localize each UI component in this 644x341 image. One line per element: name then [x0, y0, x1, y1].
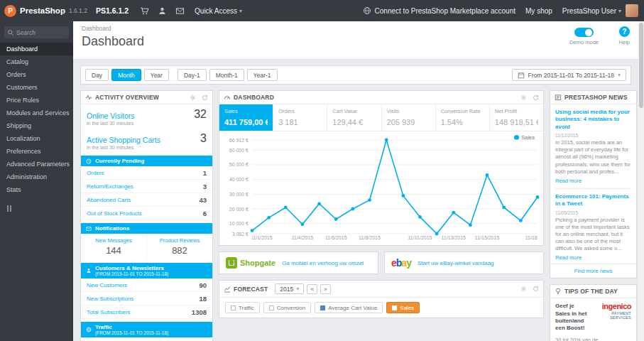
- user-avatar[interactable]: [626, 4, 638, 17]
- sidebar-item-modules-and-services[interactable]: Modules and Services: [0, 107, 73, 119]
- ebay-promo-link[interactable]: Start uw eBay-winkel vandaag: [417, 260, 494, 266]
- prestashop-brand[interactable]: P PrestaShop 1.6.1.2: [0, 5, 92, 17]
- kpi-conversion-rate[interactable]: Conversion Rate 1.54%: [435, 104, 489, 131]
- filter-day-button[interactable]: Day: [85, 69, 109, 81]
- pending-row-orders[interactable]: Orders 1: [81, 166, 212, 180]
- x-tick-label: 11/6/2015: [325, 235, 347, 240]
- topbar: P PrestaShop 1.6.1.2 PS1.6.1.2 Quick Acc…: [0, 0, 644, 21]
- shopgate-promo-link[interactable]: Ga mobiel en verhoog uw omzet: [282, 260, 364, 266]
- forecast-legend-conversion[interactable]: Conversion: [263, 302, 311, 313]
- forecast-year-select[interactable]: 2015 ▾: [275, 283, 304, 294]
- scrollbar[interactable]: [638, 21, 644, 341]
- active-carts-value: 3: [200, 133, 207, 144]
- main-area: Dashboard Dashboard Demo mode ? Help Day…: [73, 21, 638, 341]
- date-range-picker[interactable]: From 2015-11-01 To 2015-11-18 ▾: [512, 69, 626, 81]
- customers-row-new-customers[interactable]: New Customers 90: [81, 278, 212, 292]
- sidebar-item-dashboard[interactable]: Dashboard: [0, 43, 73, 55]
- forecast-prev-button[interactable]: «: [307, 284, 317, 294]
- sidebar-item-orders[interactable]: Orders: [0, 68, 73, 81]
- forecast-legend-traffic[interactable]: Traffic: [225, 302, 260, 313]
- chevron-down-icon: ▾: [296, 286, 299, 292]
- filter-month-button[interactable]: Month: [111, 69, 141, 81]
- messages-notifications-icon[interactable]: [175, 6, 185, 16]
- row-label: Total Subscribers: [87, 309, 130, 315]
- customers-row-new-subscriptions[interactable]: New Subscriptions 18: [81, 292, 212, 305]
- orders-notifications-icon[interactable]: [140, 6, 149, 16]
- gear-icon[interactable]: [190, 94, 196, 101]
- sidebar-item-administration[interactable]: Administration: [0, 170, 73, 183]
- page-title: Dashboard: [82, 34, 630, 49]
- row-value: 3: [203, 183, 207, 190]
- kpi-visits[interactable]: Visits 205 939: [381, 104, 435, 131]
- filter-year-button[interactable]: Year: [144, 69, 169, 81]
- find-more-news-link[interactable]: Find more news: [550, 264, 636, 278]
- my-shop-link[interactable]: My shop: [525, 7, 552, 15]
- kpi-net-profit[interactable]: Net Profit 148 918,51 €: [489, 104, 543, 131]
- customers-notifications-icon[interactable]: [158, 6, 167, 16]
- filter-year-1-button[interactable]: Year-1: [247, 69, 278, 81]
- chart-plot-area: [252, 140, 537, 234]
- pending-row-out-of-stock[interactable]: Out of Stock Products 6: [81, 207, 212, 220]
- forecast-legend-average-cart-value[interactable]: Average Cart Value: [315, 302, 383, 313]
- sidebar-item-shipping[interactable]: Shipping: [0, 119, 73, 132]
- online-visitors-label[interactable]: Online Visitors: [87, 112, 135, 120]
- help-icon[interactable]: ?: [619, 26, 630, 37]
- read-more-link[interactable]: Read more: [555, 178, 582, 184]
- sidebar-item-advanced-parameters[interactable]: Advanced Parameters: [0, 158, 73, 170]
- marketplace-link[interactable]: Connect to PrestaShop Marketplace accoun…: [363, 6, 515, 15]
- sidebar-item-price-rules[interactable]: Price Rules: [0, 94, 73, 107]
- kpi-label: Orders: [278, 108, 322, 114]
- kpi-value: 411 759,00 €: [224, 118, 268, 126]
- gear-icon[interactable]: [520, 94, 527, 101]
- sidebar-item-customers[interactable]: Customers: [0, 81, 73, 94]
- customers-newsletters-header: Customers & Newsletters (FROM 2015-11-01…: [81, 263, 212, 278]
- customers-row-total-subscribers[interactable]: Total Subscribers 1308: [81, 305, 212, 319]
- news-article-date: 11/12/2015: [555, 133, 631, 138]
- news-article-excerpt: Picking a payment provider is one of the…: [555, 217, 631, 253]
- date-filter-bar: Day Month Year Day-1 Month-1 Year-1 From…: [80, 65, 631, 85]
- quick-access-menu[interactable]: Quick Access ▾: [195, 7, 242, 15]
- user-menu[interactable]: PrestaShop User ▾: [562, 7, 621, 15]
- kpi-cart-value[interactable]: Cart Value 129,44 €: [327, 104, 381, 131]
- active-carts-label[interactable]: Active Shopping Carts: [87, 136, 160, 144]
- pending-row-abandoned-carts[interactable]: Abandoned Carts 43: [81, 193, 212, 207]
- kpi-sales[interactable]: Sales 411 759,00 €: [219, 104, 273, 131]
- demo-mode-control: Demo mode: [569, 28, 599, 45]
- pending-row-returns[interactable]: Return/Exchanges 3: [81, 180, 212, 193]
- gear-icon[interactable]: [520, 286, 527, 292]
- sidebar-item-stats[interactable]: Stats: [0, 183, 73, 196]
- forecast-legend-sales[interactable]: Sales: [386, 302, 420, 313]
- news-article: Using social media for your business: 4 …: [555, 109, 631, 184]
- kpi-label: Conversion Rate: [441, 108, 484, 114]
- traffic-range: (FROM 2015-11-01 TO 2015-11-18): [95, 330, 168, 335]
- new-messages-stat[interactable]: New Messages 144: [81, 234, 146, 260]
- chart-icon: [224, 286, 231, 293]
- kpi-orders[interactable]: Orders 3 181: [273, 104, 327, 131]
- refresh-icon[interactable]: [533, 286, 539, 292]
- chevron-down-icon: ▾: [618, 72, 621, 78]
- forecast-next-button[interactable]: »: [320, 284, 331, 294]
- filter-day-1-button[interactable]: Day-1: [178, 69, 207, 81]
- sidebar-collapse-button[interactable]: [7, 205, 66, 212]
- checkbox-icon: [231, 305, 236, 310]
- news-article-title[interactable]: Using social media for your business: 4 …: [555, 109, 631, 131]
- stat-label: New Messages: [82, 237, 145, 244]
- sidebar-item-preferences[interactable]: Preferences: [0, 145, 73, 158]
- refresh-icon[interactable]: [533, 94, 539, 101]
- currently-pending-header: Currently Pending: [81, 156, 212, 166]
- sidebar-item-localization[interactable]: Localization: [0, 132, 73, 145]
- row-value: 6: [203, 210, 207, 217]
- ebay-promo-card: ebay Start uw eBay-winkel vandaag: [384, 251, 544, 274]
- refresh-icon[interactable]: [202, 94, 208, 101]
- demo-mode-toggle[interactable]: [574, 28, 594, 37]
- product-reviews-stat[interactable]: Product Reviews 882: [146, 234, 212, 260]
- scrollbar-thumb[interactable]: [639, 23, 643, 108]
- marketplace-label: Connect to PrestaShop Marketplace accoun…: [375, 7, 515, 15]
- x-tick-label: 11/4/2015: [292, 235, 314, 240]
- news-article-title[interactable]: Ecommerce 101: Payments in a Tweet: [555, 193, 631, 208]
- sidebar-item-catalog[interactable]: Catalog: [0, 55, 73, 68]
- row-value: 43: [199, 196, 207, 204]
- read-more-link[interactable]: Read more: [555, 254, 582, 261]
- filter-month-1-button[interactable]: Month-1: [209, 69, 244, 81]
- row-label: New Customers: [87, 282, 127, 288]
